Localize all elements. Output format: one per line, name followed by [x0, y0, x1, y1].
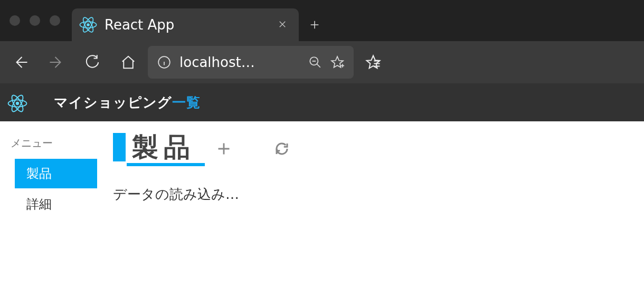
close-icon[interactable] — [278, 18, 287, 32]
browser-toolbar: localhost… — [0, 41, 644, 83]
app-title-highlight: 一覧 — [172, 94, 201, 110]
back-button[interactable] — [4, 46, 37, 79]
svg-point-3 — [87, 23, 90, 26]
heading-row: 製品 — [113, 130, 631, 167]
collections-button[interactable] — [357, 46, 390, 79]
svg-line-8 — [317, 64, 320, 68]
page-heading-text: 製品 — [113, 130, 202, 167]
react-logo-icon — [79, 16, 97, 34]
page-heading: 製品 — [113, 130, 202, 167]
window-control-maximize[interactable] — [50, 15, 60, 26]
address-bar[interactable]: localhost… — [148, 46, 354, 79]
menu-label: メニュー — [0, 134, 100, 158]
browser-tab[interactable]: React App — [72, 8, 299, 41]
window-controls — [0, 15, 72, 26]
tab-title: React App — [105, 17, 270, 33]
react-logo-icon — [7, 93, 25, 111]
app-body: メニュー 製品 詳細 製品 データの読み込み… — [0, 121, 644, 287]
sidebar-item-details[interactable]: 詳細 — [15, 189, 97, 219]
browser-chrome: React App localhost… — [0, 0, 644, 83]
app-header: マイショッピング一覧 — [0, 83, 644, 121]
address-text: localhost… — [179, 54, 300, 70]
star-add-icon[interactable] — [330, 55, 344, 69]
zoom-out-icon[interactable] — [308, 55, 322, 69]
add-button[interactable] — [215, 140, 232, 157]
app-title-prefix: マイショッピング — [54, 94, 172, 110]
reload-button[interactable] — [76, 46, 109, 79]
window-control-minimize[interactable] — [30, 15, 40, 26]
titlebar: React App — [0, 0, 644, 41]
forward-button[interactable] — [40, 46, 73, 79]
sidebar-item-products[interactable]: 製品 — [15, 159, 97, 188]
svg-point-18 — [16, 102, 19, 105]
app-title: マイショッピング一覧 — [54, 93, 201, 112]
new-tab-button[interactable] — [299, 8, 330, 41]
refresh-button[interactable] — [273, 140, 290, 157]
window-control-close[interactable] — [10, 15, 20, 26]
content: 製品 データの読み込み… — [100, 121, 644, 287]
sidebar: メニュー 製品 詳細 — [0, 121, 100, 287]
home-button[interactable] — [112, 46, 145, 79]
info-icon[interactable] — [157, 55, 171, 69]
loading-text: データの読み込み… — [113, 185, 631, 204]
